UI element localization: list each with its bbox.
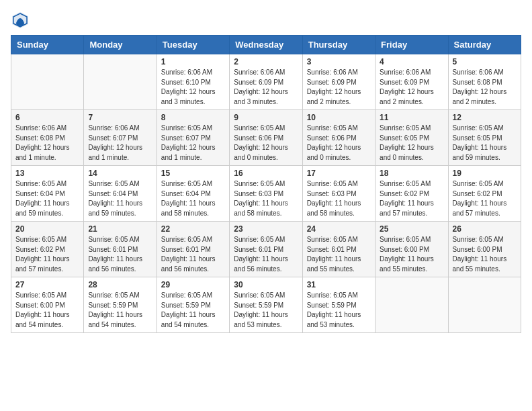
- day-number: 29: [161, 280, 225, 289]
- day-number: 4: [380, 57, 443, 66]
- day-info: Sunrise: 6:05 AM Sunset: 6:06 PM Dayligh…: [234, 124, 298, 163]
- calendar-cell: 11Sunrise: 6:05 AM Sunset: 6:05 PM Dayli…: [375, 110, 448, 166]
- calendar-cell: 9Sunrise: 6:05 AM Sunset: 6:06 PM Daylig…: [230, 110, 302, 166]
- day-number: 7: [88, 113, 152, 122]
- day-info: Sunrise: 6:06 AM Sunset: 6:09 PM Dayligh…: [307, 68, 371, 107]
- calendar-cell: 21Sunrise: 6:05 AM Sunset: 6:01 PM Dayli…: [84, 222, 157, 277]
- calendar-cell: 24Sunrise: 6:05 AM Sunset: 6:01 PM Dayli…: [302, 222, 375, 277]
- day-info: Sunrise: 6:05 AM Sunset: 6:01 PM Dayligh…: [161, 235, 225, 274]
- calendar-cell: 14Sunrise: 6:05 AM Sunset: 6:04 PM Dayli…: [84, 166, 157, 222]
- calendar-cell: 10Sunrise: 6:05 AM Sunset: 6:06 PM Dayli…: [302, 110, 375, 166]
- day-number: 5: [453, 57, 517, 66]
- day-of-week-header: Wednesday: [230, 36, 302, 54]
- day-info: Sunrise: 6:05 AM Sunset: 6:02 PM Dayligh…: [380, 179, 443, 218]
- day-number: 19: [453, 169, 517, 178]
- calendar-cell: 19Sunrise: 6:05 AM Sunset: 6:02 PM Dayli…: [448, 166, 521, 222]
- day-info: Sunrise: 6:05 AM Sunset: 6:00 PM Dayligh…: [380, 235, 443, 274]
- day-info: Sunrise: 6:05 AM Sunset: 6:04 PM Dayligh…: [15, 179, 79, 218]
- calendar-cell: 5Sunrise: 6:06 AM Sunset: 6:08 PM Daylig…: [448, 54, 521, 110]
- day-info: Sunrise: 6:05 AM Sunset: 6:00 PM Dayligh…: [15, 291, 79, 330]
- day-info: Sunrise: 6:05 AM Sunset: 6:05 PM Dayligh…: [380, 124, 443, 163]
- day-number: 10: [307, 113, 371, 122]
- day-info: Sunrise: 6:05 AM Sunset: 6:00 PM Dayligh…: [453, 235, 517, 274]
- calendar-cell: [11, 54, 84, 110]
- day-number: 27: [15, 280, 79, 289]
- calendar-cell: 22Sunrise: 6:05 AM Sunset: 6:01 PM Dayli…: [157, 222, 229, 277]
- calendar-cell: 7Sunrise: 6:06 AM Sunset: 6:07 PM Daylig…: [84, 110, 157, 166]
- day-info: Sunrise: 6:05 AM Sunset: 6:01 PM Dayligh…: [88, 235, 152, 274]
- calendar-cell: [448, 277, 521, 333]
- day-info: Sunrise: 6:05 AM Sunset: 6:04 PM Dayligh…: [88, 179, 152, 218]
- day-number: 31: [307, 280, 371, 289]
- calendar-cell: 27Sunrise: 6:05 AM Sunset: 6:00 PM Dayli…: [11, 277, 84, 333]
- day-of-week-header: Thursday: [302, 36, 375, 54]
- day-number: 1: [161, 57, 225, 66]
- calendar-cell: 20Sunrise: 6:05 AM Sunset: 6:02 PM Dayli…: [11, 222, 84, 277]
- day-number: 17: [307, 169, 371, 178]
- calendar-cell: 18Sunrise: 6:05 AM Sunset: 6:02 PM Dayli…: [375, 166, 448, 222]
- day-number: 16: [234, 169, 298, 178]
- calendar-cell: 26Sunrise: 6:05 AM Sunset: 6:00 PM Dayli…: [448, 222, 521, 277]
- calendar-cell: 28Sunrise: 6:05 AM Sunset: 5:59 PM Dayli…: [84, 277, 157, 333]
- calendar-week-row: 20Sunrise: 6:05 AM Sunset: 6:02 PM Dayli…: [11, 222, 521, 277]
- day-number: 2: [234, 57, 298, 66]
- calendar-cell: 1Sunrise: 6:06 AM Sunset: 6:10 PM Daylig…: [157, 54, 229, 110]
- day-info: Sunrise: 6:05 AM Sunset: 6:02 PM Dayligh…: [15, 235, 79, 274]
- calendar-week-row: 1Sunrise: 6:06 AM Sunset: 6:10 PM Daylig…: [11, 54, 521, 110]
- calendar-cell: 29Sunrise: 6:05 AM Sunset: 5:59 PM Dayli…: [157, 277, 229, 333]
- day-number: 15: [161, 169, 225, 178]
- day-number: 11: [380, 113, 443, 122]
- day-info: Sunrise: 6:05 AM Sunset: 5:59 PM Dayligh…: [234, 291, 298, 330]
- logo-icon: [11, 11, 30, 30]
- day-info: Sunrise: 6:05 AM Sunset: 6:07 PM Dayligh…: [161, 124, 225, 163]
- day-info: Sunrise: 6:06 AM Sunset: 6:10 PM Dayligh…: [161, 68, 225, 107]
- day-number: 20: [15, 224, 79, 234]
- day-number: 13: [15, 169, 79, 178]
- calendar-table: SundayMondayTuesdayWednesdayThursdayFrid…: [11, 35, 521, 333]
- day-of-week-header: Tuesday: [157, 36, 229, 54]
- day-info: Sunrise: 6:06 AM Sunset: 6:08 PM Dayligh…: [15, 124, 79, 163]
- day-number: 25: [380, 224, 443, 234]
- day-number: 28: [88, 280, 152, 289]
- day-number: 21: [88, 224, 152, 234]
- day-info: Sunrise: 6:06 AM Sunset: 6:09 PM Dayligh…: [234, 68, 298, 107]
- day-number: 9: [234, 113, 298, 122]
- calendar-cell: 2Sunrise: 6:06 AM Sunset: 6:09 PM Daylig…: [230, 54, 302, 110]
- day-info: Sunrise: 6:05 AM Sunset: 6:04 PM Dayligh…: [161, 179, 225, 218]
- day-info: Sunrise: 6:06 AM Sunset: 6:08 PM Dayligh…: [453, 68, 517, 107]
- calendar-cell: [375, 277, 448, 333]
- page-header: [11, 11, 521, 30]
- day-info: Sunrise: 6:05 AM Sunset: 5:59 PM Dayligh…: [307, 291, 371, 330]
- calendar-cell: 15Sunrise: 6:05 AM Sunset: 6:04 PM Dayli…: [157, 166, 229, 222]
- day-info: Sunrise: 6:05 AM Sunset: 6:01 PM Dayligh…: [307, 235, 371, 274]
- calendar-cell: 3Sunrise: 6:06 AM Sunset: 6:09 PM Daylig…: [302, 54, 375, 110]
- day-of-week-header: Monday: [84, 36, 157, 54]
- calendar-cell: 17Sunrise: 6:05 AM Sunset: 6:03 PM Dayli…: [302, 166, 375, 222]
- calendar-cell: 31Sunrise: 6:05 AM Sunset: 5:59 PM Dayli…: [302, 277, 375, 333]
- day-info: Sunrise: 6:05 AM Sunset: 5:59 PM Dayligh…: [88, 291, 152, 330]
- day-info: Sunrise: 6:05 AM Sunset: 6:03 PM Dayligh…: [234, 179, 298, 218]
- day-of-week-header: Friday: [375, 36, 448, 54]
- calendar-cell: 8Sunrise: 6:05 AM Sunset: 6:07 PM Daylig…: [157, 110, 229, 166]
- logo: [11, 11, 32, 30]
- day-info: Sunrise: 6:06 AM Sunset: 6:09 PM Dayligh…: [380, 68, 443, 107]
- day-number: 3: [307, 57, 371, 66]
- day-info: Sunrise: 6:05 AM Sunset: 6:05 PM Dayligh…: [453, 124, 517, 163]
- day-number: 14: [88, 169, 152, 178]
- day-number: 8: [161, 113, 225, 122]
- calendar-cell: 25Sunrise: 6:05 AM Sunset: 6:00 PM Dayli…: [375, 222, 448, 277]
- day-of-week-header: Saturday: [448, 36, 521, 54]
- day-number: 30: [234, 280, 298, 289]
- day-info: Sunrise: 6:05 AM Sunset: 6:03 PM Dayligh…: [307, 179, 371, 218]
- calendar-cell: 16Sunrise: 6:05 AM Sunset: 6:03 PM Dayli…: [230, 166, 302, 222]
- calendar-cell: 4Sunrise: 6:06 AM Sunset: 6:09 PM Daylig…: [375, 54, 448, 110]
- day-of-week-header: Sunday: [11, 36, 84, 54]
- calendar-cell: 23Sunrise: 6:05 AM Sunset: 6:01 PM Dayli…: [230, 222, 302, 277]
- day-info: Sunrise: 6:06 AM Sunset: 6:07 PM Dayligh…: [88, 124, 152, 163]
- calendar-cell: [84, 54, 157, 110]
- day-info: Sunrise: 6:05 AM Sunset: 6:01 PM Dayligh…: [234, 235, 298, 274]
- day-info: Sunrise: 6:05 AM Sunset: 6:02 PM Dayligh…: [453, 179, 517, 218]
- calendar-cell: 30Sunrise: 6:05 AM Sunset: 5:59 PM Dayli…: [230, 277, 302, 333]
- day-number: 12: [453, 113, 517, 122]
- day-number: 23: [234, 224, 298, 234]
